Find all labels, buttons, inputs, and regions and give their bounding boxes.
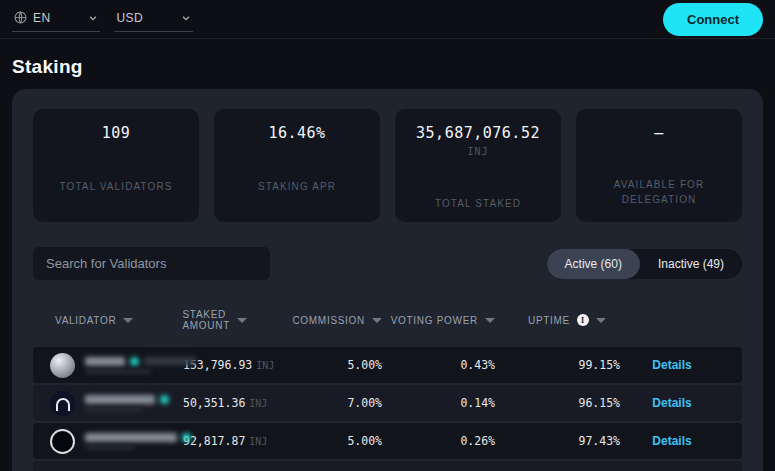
info-icon[interactable] <box>577 314 589 326</box>
voting-power-cell: 0.14% <box>382 396 495 410</box>
stat-unit: INJ <box>395 146 561 157</box>
validator-avatar <box>50 353 75 378</box>
header-validator[interactable]: VALIDATOR <box>33 315 183 326</box>
stat-label: TOTAL VALIDATORS <box>41 179 191 194</box>
validator-avatar <box>50 429 75 454</box>
sort-caret-icon <box>123 318 133 323</box>
sort-caret-icon <box>485 318 495 323</box>
uptime-cell: 96.15% <box>495 396 620 410</box>
table-row[interactable]: 153,796.93INJ 5.00% 0.43% 99.15% Details <box>33 347 742 383</box>
validator-table: 153,796.93INJ 5.00% 0.43% 99.15% Details… <box>33 347 742 471</box>
topbar: EN USD Connect <box>0 0 775 39</box>
currency-select[interactable]: USD <box>114 7 193 32</box>
stat-value: — <box>576 124 742 142</box>
validator-name-redacted <box>85 395 169 412</box>
details-link[interactable]: Details <box>620 396 742 410</box>
validator-avatar <box>50 391 75 416</box>
voting-power-cell: 0.26% <box>382 434 495 448</box>
staked-amount-cell: 50,351.36INJ <box>183 396 247 410</box>
stat-staking-apr: 16.46% STAKING APR <box>214 109 380 222</box>
header-uptime[interactable]: UPTIME <box>495 314 620 326</box>
commission-cell: 5.00% <box>247 358 382 372</box>
details-link[interactable]: Details <box>620 358 742 372</box>
sort-caret-icon <box>596 318 606 323</box>
staked-amount-cell: 92,817.87INJ <box>183 434 247 448</box>
table-controls: Active (60) Inactive (49) <box>33 247 742 280</box>
verified-badge-icon <box>160 395 169 404</box>
stat-label: TOTAL STAKED <box>403 196 553 211</box>
stats-cards: 109 TOTAL VALIDATORS 16.46% STAKING APR … <box>33 109 742 222</box>
stat-value: 16.46% <box>214 124 380 142</box>
table-row[interactable]: 92,817.87INJ 5.00% 0.26% 97.43% Details <box>33 423 742 459</box>
validator-cell <box>33 429 183 454</box>
stat-total-validators: 109 TOTAL VALIDATORS <box>33 109 199 222</box>
tab-active-validators[interactable]: Active (60) <box>547 249 640 279</box>
verified-badge-icon <box>130 357 139 366</box>
voting-power-cell: 0.43% <box>382 358 495 372</box>
stat-total-staked: 35,687,076.52 INJ TOTAL STAKED <box>395 109 561 222</box>
header-voting-power[interactable]: VOTING POWER <box>382 315 495 326</box>
sort-caret-icon <box>237 318 247 323</box>
uptime-cell: 99.15% <box>495 358 620 372</box>
table-header-row: VALIDATOR STAKED AMOUNT COMMISSION VOTIN… <box>33 305 742 335</box>
commission-cell: 5.00% <box>247 434 382 448</box>
validator-cell <box>33 391 183 416</box>
verified-badge-icon <box>182 433 191 442</box>
chevron-down-icon <box>88 13 98 23</box>
validator-name-redacted <box>85 433 191 450</box>
stat-value: 35,687,076.52 <box>395 124 561 142</box>
uptime-cell: 97.43% <box>495 434 620 448</box>
page-title: Staking <box>12 56 775 78</box>
stat-available-for-delegation: — AVAILABLE FOR DELEGATION <box>576 109 742 222</box>
stat-label: AVAILABLE FOR DELEGATION <box>584 177 734 207</box>
validator-search-input[interactable] <box>33 247 270 280</box>
validator-name-redacted <box>85 357 196 374</box>
table-row[interactable] <box>33 461 742 471</box>
connect-wallet-button[interactable]: Connect <box>663 3 763 36</box>
sort-caret-icon <box>372 318 382 323</box>
table-row[interactable]: 50,351.36INJ 7.00% 0.14% 96.15% Details <box>33 385 742 421</box>
header-commission[interactable]: COMMISSION <box>247 315 382 326</box>
tab-inactive-validators[interactable]: Inactive (49) <box>640 249 742 279</box>
staking-panel: 109 TOTAL VALIDATORS 16.46% STAKING APR … <box>12 89 763 471</box>
stat-value: 109 <box>33 124 199 142</box>
stat-label: STAKING APR <box>222 179 372 194</box>
language-select[interactable]: EN <box>12 7 100 32</box>
header-staked-amount[interactable]: STAKED AMOUNT <box>183 309 247 331</box>
validator-cell <box>33 353 183 378</box>
currency-value: USD <box>116 11 143 25</box>
language-value: EN <box>33 11 50 25</box>
chevron-down-icon <box>181 13 191 23</box>
details-link[interactable]: Details <box>620 434 742 448</box>
globe-icon <box>14 11 27 24</box>
commission-cell: 7.00% <box>247 396 382 410</box>
validator-status-tabs: Active (60) Inactive (49) <box>547 249 742 279</box>
